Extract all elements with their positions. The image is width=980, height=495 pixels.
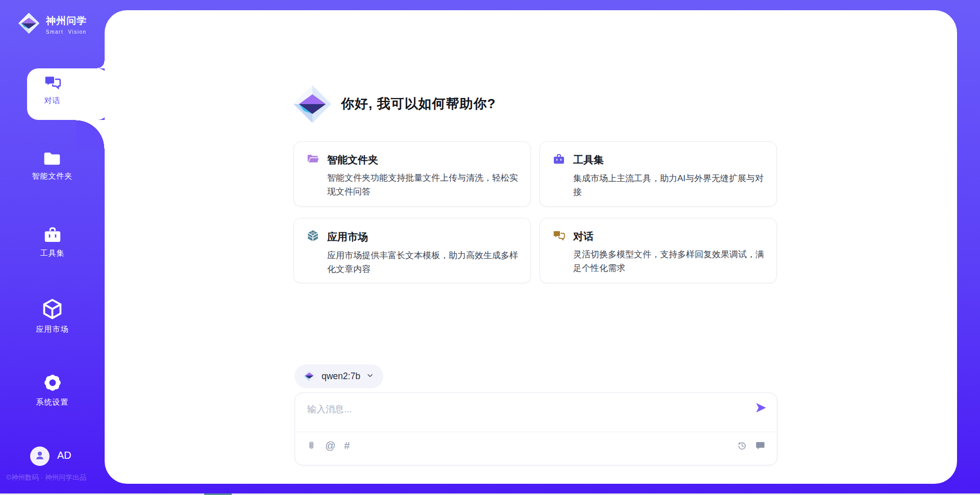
sidebar-item-label: 对话 [0,96,105,106]
card-title: 应用市场 [327,230,368,244]
card-chat[interactable]: 对话 灵活切换多模型文件，支持多样回复效果调试，满足个性化需求 [540,218,777,283]
folder-open-icon [306,153,320,167]
folder-icon [0,150,105,167]
card-toolbox[interactable]: 工具集 集成市场上主流工具，助力AI与外界无缝扩展与对接 [540,141,777,207]
gear-icon [0,372,105,393]
hashtag-button[interactable]: # [344,440,350,451]
send-button[interactable] [754,401,768,414]
model-name: qwen2:7b [322,371,360,382]
greeting-title: 你好, 我可以如何帮助你? [341,95,496,113]
card-title: 智能文件夹 [327,153,378,167]
message-composer: @ # [295,392,777,465]
attachment-button[interactable] [306,440,316,451]
assistant-diamond-icon [291,83,334,128]
model-selector[interactable]: qwen2:7b [295,364,383,388]
brand-name: 神州问学 [46,14,87,28]
brand-diamond-icon [17,11,41,37]
app-window: 神州问学 Smart Vision 对话 智能文件夹 工具集 [0,0,980,495]
user-avatar[interactable] [30,447,50,466]
copyright-text: ©神州数码 · 神州问学出品 [6,473,108,482]
user-initials: AD [57,450,71,461]
card-app-market[interactable]: 应用市场 应用市场提供丰富长文本模板，助力高效生成多样化文章内容 [293,218,531,283]
tab-fillet-top [97,61,105,68]
sidebar-item-label: 应用市场 [0,325,105,334]
feedback-bubble-icon[interactable] [755,440,766,451]
mention-button[interactable]: @ [325,440,335,451]
chat-icon [552,229,566,243]
message-input[interactable] [295,393,734,429]
card-title: 对话 [573,230,594,243]
history-button[interactable] [737,440,747,451]
tab-fillet-bottom [76,120,105,148]
chat-icon [0,73,105,92]
sidebar-item-settings[interactable]: 系统设置 [0,372,105,407]
sidebar-item-label: 系统设置 [0,398,105,407]
person-icon [34,449,46,463]
cube-icon [0,298,105,320]
card-title: 工具集 [573,153,604,167]
model-diamond-icon [303,369,316,384]
card-description: 灵活切换多模型文件，支持多样回复效果调试，满足个性化需求 [573,247,765,275]
sidebar-item-chat[interactable]: 对话 [0,73,105,106]
sidebar-item-label: 工具集 [0,249,105,258]
briefcase-icon [0,225,105,244]
brand-subtitle: Smart Vision [46,29,87,35]
sidebar-item-app-market[interactable]: 应用市场 [0,298,105,334]
cube-grid-icon [306,229,320,244]
sidebar-item-toolbox[interactable]: 工具集 [0,225,105,258]
sidebar-item-smart-folder[interactable]: 智能文件夹 [0,150,105,181]
card-description: 智能文件夹功能支持批量文件上传与清洗，轻松实现文件问答 [327,171,519,199]
card-smart-folder[interactable]: 智能文件夹 智能文件夹功能支持批量文件上传与清洗，轻松实现文件问答 [293,141,531,207]
card-description: 集成市场上主流工具，助力AI与外界无缝扩展与对接 [573,171,765,199]
sidebar-item-label: 智能文件夹 [0,171,105,181]
composer-divider [295,432,777,432]
card-description: 应用市场提供丰富长文本模板，助力高效生成多样化文章内容 [327,249,519,276]
brand-logo: 神州问学 Smart Vision [17,11,87,37]
chevron-down-icon [366,372,374,382]
briefcase-icon [552,153,566,167]
